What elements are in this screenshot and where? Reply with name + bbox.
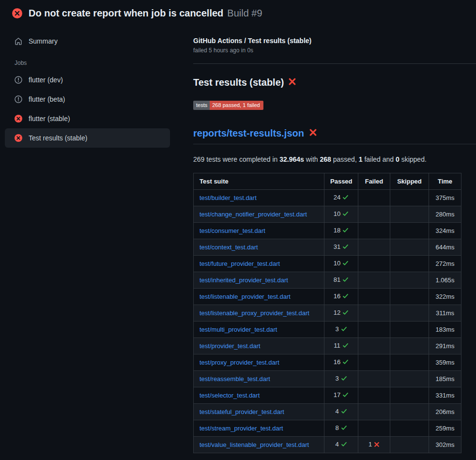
passed-count: 268 — [320, 155, 331, 163]
failed-cell — [358, 322, 390, 338]
time-cell: 359ms — [429, 354, 461, 371]
time-cell: 375ms — [429, 190, 461, 206]
suite-link[interactable]: test/provider_test.dart — [200, 342, 261, 350]
suite-link[interactable]: test/change_notifier_provider_test.dart — [200, 211, 307, 218]
time-cell: 185ms — [429, 371, 461, 387]
suite-cell: test/value_listenable_provider_test.dart — [194, 437, 324, 453]
col-header-test-suite: Test suite — [194, 173, 324, 190]
suite-cell: test/proxy_provider_test.dart — [194, 354, 324, 371]
suite-link[interactable]: test/multi_provider_test.dart — [200, 326, 277, 333]
tests-badge-label: tests — [193, 101, 210, 110]
skipped-cell — [390, 190, 429, 206]
col-header-time: Time — [429, 173, 461, 190]
suite-link[interactable]: test/reassemble_test.dart — [200, 375, 270, 383]
table-row: test/selector_test.dart 17 331ms — [194, 387, 461, 404]
suite-link[interactable]: test/stateful_provider_test.dart — [200, 408, 284, 415]
check-icon — [341, 409, 347, 416]
check-icon — [341, 425, 347, 432]
suite-link[interactable]: test/context_test.dart — [200, 244, 258, 251]
tests-badge: tests 268 passed, 1 failed — [193, 101, 263, 110]
failed-cell: 1 — [358, 437, 390, 453]
sidebar-job-item[interactable]: Test results (stable) — [5, 128, 170, 148]
failed-cell — [358, 371, 390, 387]
suite-cell: test/reassemble_test.dart — [194, 371, 324, 387]
passed-cell: 4 — [324, 404, 358, 420]
table-row: test/future_provider_test.dart 10 272ms — [194, 256, 461, 272]
suite-cell: test/inherited_provider_test.dart — [194, 272, 324, 289]
table-row: test/provider_test.dart 11 291ms — [194, 338, 461, 354]
sidebar-job-item[interactable]: flutter (beta) — [5, 90, 170, 109]
check-run-title: Test results (stable) — [193, 77, 476, 88]
col-header-failed: Failed — [358, 173, 390, 190]
failed-count: 1 — [359, 155, 363, 163]
suite-link[interactable]: test/listenable_proxy_provider_test.dart — [200, 309, 309, 317]
suite-link[interactable]: test/value_listenable_provider_test.dart — [200, 441, 309, 448]
table-row: test/context_test.dart 31 644ms — [194, 239, 461, 256]
x-circle-icon — [15, 134, 22, 142]
check-icon — [342, 359, 349, 367]
skipped-cell — [390, 305, 429, 322]
passed-cell: 17 — [324, 387, 358, 404]
skipped-cell — [390, 223, 429, 239]
time-cell: 206ms — [429, 404, 461, 420]
table-row: test/listenable_provider_test.dart 16 32… — [194, 289, 461, 305]
suite-link[interactable]: test/future_provider_test.dart — [200, 260, 280, 267]
passed-cell: 31 — [324, 239, 358, 256]
run-status-line: failed 5 hours ago in 0s — [193, 47, 476, 54]
passed-cell: 3 — [324, 322, 358, 338]
failed-cell — [358, 223, 390, 239]
report-heading: reports/test-results.json — [193, 128, 476, 144]
check-icon — [341, 442, 347, 449]
suite-link[interactable]: test/builder_test.dart — [200, 194, 257, 201]
cancelled-icon — [15, 95, 22, 103]
passed-cell: 11 — [324, 338, 358, 354]
failed-cell — [358, 338, 390, 354]
suite-cell: test/builder_test.dart — [194, 190, 324, 206]
passed-cell: 4 — [324, 437, 358, 453]
check-icon — [342, 343, 349, 350]
skipped-cell — [390, 404, 429, 420]
suite-cell: test/future_provider_test.dart — [194, 256, 324, 272]
check-icon — [342, 244, 349, 251]
workflow-run-title: Do not create report when job is cancell… — [29, 8, 223, 18]
failed-cell — [358, 354, 390, 371]
table-row: test/inherited_provider_test.dart 81 1.0… — [194, 272, 461, 289]
time-cell: 311ms — [429, 305, 461, 322]
total-time: 32.964s — [279, 155, 304, 163]
check-icon — [342, 261, 349, 268]
failed-cell — [358, 420, 390, 437]
check-icon — [342, 195, 349, 202]
time-cell: 324ms — [429, 223, 461, 239]
failed-cell — [358, 305, 390, 322]
passed-cell: 12 — [324, 305, 358, 322]
passed-cell: 10 — [324, 256, 358, 272]
tests-summary-line: 269 tests were completed in 32.964s with… — [193, 155, 476, 163]
failed-cell — [358, 387, 390, 404]
sidebar-item-summary[interactable]: Summary — [5, 31, 170, 51]
report-link[interactable]: reports/test-results.json — [193, 128, 304, 139]
suite-link[interactable]: test/stream_provider_test.dart — [200, 425, 283, 432]
main-content: GitHub Actions / Test results (stable) f… — [182, 26, 476, 453]
tests-badge-value: 268 passed, 1 failed — [210, 101, 263, 110]
suite-link[interactable]: test/proxy_provider_test.dart — [200, 359, 279, 366]
skipped-cell — [390, 338, 429, 354]
run-header: Do not create report when job is cancell… — [0, 0, 476, 26]
time-cell: 280ms — [429, 206, 461, 223]
sidebar-job-item[interactable]: flutter (stable) — [5, 109, 170, 128]
table-row: test/reassemble_test.dart 3 185ms — [194, 371, 461, 387]
time-cell: 331ms — [429, 387, 461, 404]
sidebar-job-item[interactable]: flutter (dev) — [5, 70, 170, 90]
table-row: test/proxy_provider_test.dart 16 359ms — [194, 354, 461, 371]
cancelled-icon — [15, 76, 22, 84]
table-row: test/consumer_test.dart 18 324ms — [194, 223, 461, 239]
suite-link[interactable]: test/inherited_provider_test.dart — [200, 276, 288, 284]
suite-cell: test/stream_provider_test.dart — [194, 420, 324, 437]
suite-link[interactable]: test/listenable_provider_test.dart — [200, 293, 291, 300]
passed-cell: 81 — [324, 272, 358, 289]
passed-cell: 18 — [324, 223, 358, 239]
suite-cell: test/listenable_proxy_provider_test.dart — [194, 305, 324, 322]
suite-link[interactable]: test/selector_test.dart — [200, 392, 260, 399]
suite-cell: test/consumer_test.dart — [194, 223, 324, 239]
suite-link[interactable]: test/consumer_test.dart — [200, 227, 265, 234]
failed-cell — [358, 239, 390, 256]
